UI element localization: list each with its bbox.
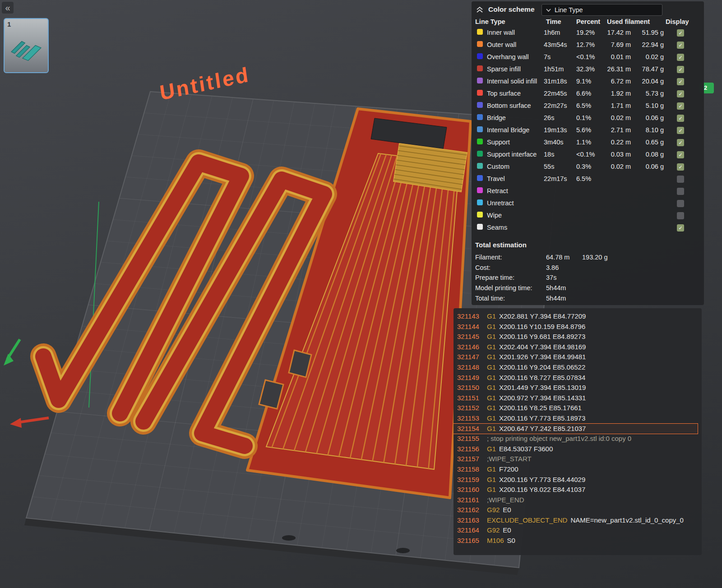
display-checkbox[interactable]: ✓ [677,127,684,134]
gcode-line[interactable]: 321155; stop printing object new_part1v2… [454,434,698,444]
gcode-viewer-panel[interactable]: 321143G1X202.881 Y7.394 E84.77209321144G… [454,308,702,555]
line-type-time: 7s [544,53,551,60]
gcode-line[interactable]: 321152G1X200.116 Y8.25 E85.17661 [454,403,698,413]
display-checkbox[interactable]: ✓ [677,66,684,73]
estimation-value: 3.86 [546,264,559,271]
gcode-line[interactable]: 321159G1X200.116 Y7.773 E84.44029 [454,475,698,485]
display-checkbox[interactable] [677,212,684,219]
slicer-preview-window: Untitled « 1 2 Color scheme [0,0,722,588]
line-type-used-length: 1.71 m [594,102,631,109]
gcode-line[interactable]: 321144G1X200.116 Y10.159 E84.8796 [454,322,698,332]
gcode-line-number: 321155 [457,434,483,444]
gcode-line-number: 321154 [457,424,483,434]
display-checkbox[interactable]: ✓ [677,78,684,85]
line-type-row: Travel22m17s6.5% [472,173,704,185]
display-checkbox[interactable]: ✓ [677,90,684,97]
display-checkbox[interactable]: ✓ [677,139,684,146]
gcode-line-number: 321149 [457,373,483,383]
gcode-command: G1 [487,384,496,391]
gcode-line[interactable]: 321149G1X200.116 Y8.727 E85.07834 [454,373,698,383]
line-type-swatch [477,53,483,59]
display-checkbox[interactable]: ✓ [677,29,684,37]
display-checkbox[interactable]: ✓ [677,163,684,171]
line-type-used-length: 17.42 m [594,29,631,36]
line-type-name: Support interface [487,151,545,158]
view-type-dropdown[interactable]: Line Type [542,4,662,16]
display-checkbox[interactable] [677,200,684,207]
estimation-label: Filament: [475,254,502,261]
estimation-row: Cost:3.86 [472,263,704,273]
estimation-value: 64.78 m [546,254,569,261]
gcode-line[interactable]: 321148G1X200.116 Y9.204 E85.06522 [454,362,698,373]
line-type-swatch [477,65,483,71]
gcode-line[interactable]: 321163EXCLUDE_OBJECT_ENDNAME=new_part1v2… [454,515,698,526]
line-type-swatch [477,90,483,96]
gcode-line-number: 321157 [457,454,483,464]
gcode-line[interactable]: 321164G92E0 [454,525,698,536]
gcode-command: G1 [487,394,496,402]
collapse-sidebar-icon[interactable]: « [2,2,14,14]
gcode-params: X200.116 Y7.773 E85.18973 [499,414,585,422]
line-type-row: Outer wall43m54s12.7%7.69 m22.94 g✓ [472,39,704,51]
gcode-line[interactable]: 321165M106S0 [454,536,698,546]
line-type-name: Sparse infill [487,65,545,73]
line-type-time: 22m27s [544,102,567,109]
gcode-line[interactable]: 321154G1X200.647 Y7.242 E85.21037 [454,424,698,434]
line-type-name: Seams [487,224,545,231]
line-type-row: Internal solid infill31m18s9.1%6.72 m20.… [472,76,704,88]
gcode-params: X202.404 Y7.394 E84.98169 [499,343,586,351]
gcode-line[interactable]: 321146G1X202.404 Y7.394 E84.98169 [454,342,698,352]
line-type-row: Internal Bridge19m13s5.6%2.71 m8.10 g✓ [472,125,704,137]
gcode-comment: ;WIPE_END [487,496,524,504]
gcode-line[interactable]: 321150G1X201.449 Y7.394 E85.13019 [454,383,698,393]
gcode-line-number: 321151 [457,393,483,403]
plate-thumbnail[interactable]: 1 [4,18,49,73]
gcode-line[interactable]: 321160G1X200.116 Y8.022 E84.41037 [454,485,698,495]
color-scheme-panel: Color scheme Line Type Line Type Time Pe… [472,1,704,305]
display-checkbox[interactable]: ✓ [677,42,684,49]
gcode-command: G1 [487,333,496,340]
gcode-line[interactable]: 321151G1X200.972 Y7.394 E85.14331 [454,393,698,403]
gcode-line[interactable]: 321153G1X200.116 Y7.773 E85.18973 [454,413,698,424]
gcode-command: G1 [487,363,496,371]
estimation-label: Cost: [475,264,491,271]
gcode-comment: ;WIPE_START [487,455,532,463]
display-checkbox[interactable] [677,176,684,183]
gcode-params: X200.972 Y7.394 E85.14331 [499,394,586,402]
line-type-time: 18s [544,151,554,158]
display-checkbox[interactable]: ✓ [677,102,684,110]
gcode-line-number: 321158 [457,464,483,475]
line-type-swatch [477,187,483,193]
line-type-name: Inner wall [487,29,545,36]
gcode-line[interactable]: 321161;WIPE_END [454,495,698,505]
line-type-used-length: 7.69 m [594,41,631,48]
gcode-command: G1 [487,404,496,412]
display-checkbox[interactable]: ✓ [677,54,684,61]
gcode-line[interactable]: 321162G92E0 [454,505,698,515]
display-checkbox[interactable] [677,188,684,195]
gcode-line[interactable]: 321157;WIPE_START [454,454,698,464]
collapse-panel-icon[interactable] [476,6,483,14]
line-type-time: 1h6m [544,29,560,36]
display-checkbox[interactable]: ✓ [677,151,684,158]
line-type-name: Top surface [487,90,545,97]
line-type-row: Support3m40s1.1%0.22 m0.65 g✓ [472,137,704,149]
display-checkbox[interactable]: ✓ [677,224,684,231]
gcode-line[interactable]: 321147G1X201.926 Y7.394 E84.99481 [454,352,698,362]
gcode-line[interactable]: 321158G1F7200 [454,464,698,475]
line-type-name: Internal Bridge [487,126,545,134]
gcode-line[interactable]: 321143G1X202.881 Y7.394 E84.77209 [454,311,698,322]
line-type-swatch [477,151,483,157]
line-type-row: Unretract [472,198,704,210]
gcode-line[interactable]: 321145G1X200.116 Y9.681 E84.89273 [454,332,698,342]
line-type-used-weight: 51.95 g [638,29,664,36]
display-checkbox[interactable]: ✓ [677,115,684,122]
line-type-row: Bridge26s0.1%0.02 m0.06 g✓ [472,112,704,125]
total-estimation-title: Total estimation [475,241,527,249]
line-type-row: Overhang wall7s<0.1%0.01 m0.02 g✓ [472,51,704,64]
line-type-name: Retract [487,187,545,194]
gcode-line-number: 321162 [457,505,483,515]
gcode-line[interactable]: 321156G1E84.53037 F3600 [454,444,698,454]
line-type-percent: 0.3% [576,163,591,170]
line-type-used-weight: 22.94 g [638,41,664,48]
